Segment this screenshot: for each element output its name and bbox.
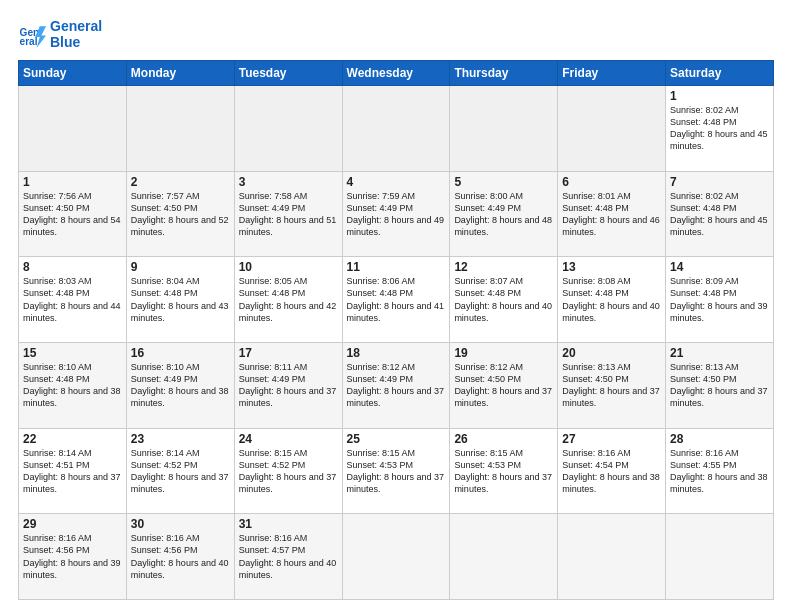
day-info: Sunrise: 8:16 AMSunset: 4:55 PMDaylight:… (670, 447, 769, 496)
day-info: Sunrise: 8:15 AMSunset: 4:53 PMDaylight:… (347, 447, 446, 496)
calendar-cell (342, 514, 450, 600)
day-info: Sunrise: 8:04 AMSunset: 4:48 PMDaylight:… (131, 275, 230, 324)
calendar-header-row: SundayMondayTuesdayWednesdayThursdayFrid… (19, 61, 774, 86)
day-info: Sunrise: 8:06 AMSunset: 4:48 PMDaylight:… (347, 275, 446, 324)
day-number: 21 (670, 346, 769, 360)
day-info: Sunrise: 8:07 AMSunset: 4:48 PMDaylight:… (454, 275, 553, 324)
day-info: Sunrise: 8:01 AMSunset: 4:48 PMDaylight:… (562, 190, 661, 239)
calendar-cell: 9 Sunrise: 8:04 AMSunset: 4:48 PMDayligh… (126, 257, 234, 343)
page-header: Gen eral General Blue (18, 18, 774, 50)
logo-text: General Blue (50, 18, 102, 50)
day-number: 25 (347, 432, 446, 446)
day-number: 8 (23, 260, 122, 274)
day-number: 5 (454, 175, 553, 189)
calendar-cell: 7 Sunrise: 8:02 AMSunset: 4:48 PMDayligh… (666, 171, 774, 257)
calendar-table: SundayMondayTuesdayWednesdayThursdayFrid… (18, 60, 774, 600)
day-info: Sunrise: 8:11 AMSunset: 4:49 PMDaylight:… (239, 361, 338, 410)
day-info: Sunrise: 8:09 AMSunset: 4:48 PMDaylight:… (670, 275, 769, 324)
day-number: 1 (23, 175, 122, 189)
calendar-cell (342, 86, 450, 172)
calendar-cell: 26 Sunrise: 8:15 AMSunset: 4:53 PMDaylig… (450, 428, 558, 514)
calendar-cell: 2 Sunrise: 7:57 AMSunset: 4:50 PMDayligh… (126, 171, 234, 257)
calendar-week-1: 1 Sunrise: 8:02 AMSunset: 4:48 PMDayligh… (19, 86, 774, 172)
calendar-cell (450, 86, 558, 172)
calendar-cell: 14 Sunrise: 8:09 AMSunset: 4:48 PMDaylig… (666, 257, 774, 343)
day-info: Sunrise: 8:15 AMSunset: 4:53 PMDaylight:… (454, 447, 553, 496)
calendar-cell: 11 Sunrise: 8:06 AMSunset: 4:48 PMDaylig… (342, 257, 450, 343)
day-info: Sunrise: 8:16 AMSunset: 4:57 PMDaylight:… (239, 532, 338, 581)
day-info: Sunrise: 8:12 AMSunset: 4:50 PMDaylight:… (454, 361, 553, 410)
day-number: 31 (239, 517, 338, 531)
day-info: Sunrise: 8:02 AMSunset: 4:48 PMDaylight:… (670, 104, 769, 153)
calendar-cell: 6 Sunrise: 8:01 AMSunset: 4:48 PMDayligh… (558, 171, 666, 257)
day-number: 11 (347, 260, 446, 274)
calendar-cell: 25 Sunrise: 8:15 AMSunset: 4:53 PMDaylig… (342, 428, 450, 514)
col-header-wednesday: Wednesday (342, 61, 450, 86)
day-number: 10 (239, 260, 338, 274)
col-header-sunday: Sunday (19, 61, 127, 86)
calendar-cell: 3 Sunrise: 7:58 AMSunset: 4:49 PMDayligh… (234, 171, 342, 257)
calendar-cell (126, 86, 234, 172)
day-info: Sunrise: 8:08 AMSunset: 4:48 PMDaylight:… (562, 275, 661, 324)
day-info: Sunrise: 8:10 AMSunset: 4:48 PMDaylight:… (23, 361, 122, 410)
day-number: 2 (131, 175, 230, 189)
logo: Gen eral General Blue (18, 18, 102, 50)
day-number: 17 (239, 346, 338, 360)
day-number: 4 (347, 175, 446, 189)
calendar-week-5: 22 Sunrise: 8:14 AMSunset: 4:51 PMDaylig… (19, 428, 774, 514)
day-info: Sunrise: 8:13 AMSunset: 4:50 PMDaylight:… (562, 361, 661, 410)
day-info: Sunrise: 8:10 AMSunset: 4:49 PMDaylight:… (131, 361, 230, 410)
calendar-cell: 12 Sunrise: 8:07 AMSunset: 4:48 PMDaylig… (450, 257, 558, 343)
col-header-monday: Monday (126, 61, 234, 86)
day-info: Sunrise: 8:05 AMSunset: 4:48 PMDaylight:… (239, 275, 338, 324)
logo-icon: Gen eral (18, 20, 46, 48)
day-info: Sunrise: 8:15 AMSunset: 4:52 PMDaylight:… (239, 447, 338, 496)
day-info: Sunrise: 7:58 AMSunset: 4:49 PMDaylight:… (239, 190, 338, 239)
day-number: 13 (562, 260, 661, 274)
calendar-cell: 19 Sunrise: 8:12 AMSunset: 4:50 PMDaylig… (450, 342, 558, 428)
calendar-cell: 5 Sunrise: 8:00 AMSunset: 4:49 PMDayligh… (450, 171, 558, 257)
day-info: Sunrise: 8:03 AMSunset: 4:48 PMDaylight:… (23, 275, 122, 324)
calendar-cell: 29 Sunrise: 8:16 AMSunset: 4:56 PMDaylig… (19, 514, 127, 600)
calendar-cell: 27 Sunrise: 8:16 AMSunset: 4:54 PMDaylig… (558, 428, 666, 514)
calendar-week-2: 1 Sunrise: 7:56 AMSunset: 4:50 PMDayligh… (19, 171, 774, 257)
day-number: 19 (454, 346, 553, 360)
calendar-cell: 20 Sunrise: 8:13 AMSunset: 4:50 PMDaylig… (558, 342, 666, 428)
calendar-page: Gen eral General Blue SundayMondayTuesda… (0, 0, 792, 612)
day-info: Sunrise: 8:00 AMSunset: 4:49 PMDaylight:… (454, 190, 553, 239)
calendar-cell: 10 Sunrise: 8:05 AMSunset: 4:48 PMDaylig… (234, 257, 342, 343)
calendar-week-3: 8 Sunrise: 8:03 AMSunset: 4:48 PMDayligh… (19, 257, 774, 343)
col-header-tuesday: Tuesday (234, 61, 342, 86)
day-number: 28 (670, 432, 769, 446)
calendar-cell: 8 Sunrise: 8:03 AMSunset: 4:48 PMDayligh… (19, 257, 127, 343)
day-number: 30 (131, 517, 230, 531)
calendar-cell (450, 514, 558, 600)
calendar-week-6: 29 Sunrise: 8:16 AMSunset: 4:56 PMDaylig… (19, 514, 774, 600)
day-info: Sunrise: 8:16 AMSunset: 4:56 PMDaylight:… (23, 532, 122, 581)
calendar-cell: 15 Sunrise: 8:10 AMSunset: 4:48 PMDaylig… (19, 342, 127, 428)
day-info: Sunrise: 8:13 AMSunset: 4:50 PMDaylight:… (670, 361, 769, 410)
calendar-cell (666, 514, 774, 600)
calendar-cell: 24 Sunrise: 8:15 AMSunset: 4:52 PMDaylig… (234, 428, 342, 514)
calendar-cell: 22 Sunrise: 8:14 AMSunset: 4:51 PMDaylig… (19, 428, 127, 514)
day-number: 20 (562, 346, 661, 360)
day-info: Sunrise: 8:02 AMSunset: 4:48 PMDaylight:… (670, 190, 769, 239)
day-info: Sunrise: 7:56 AMSunset: 4:50 PMDaylight:… (23, 190, 122, 239)
calendar-cell: 1 Sunrise: 7:56 AMSunset: 4:50 PMDayligh… (19, 171, 127, 257)
calendar-cell: 30 Sunrise: 8:16 AMSunset: 4:56 PMDaylig… (126, 514, 234, 600)
day-number: 6 (562, 175, 661, 189)
calendar-cell: 17 Sunrise: 8:11 AMSunset: 4:49 PMDaylig… (234, 342, 342, 428)
day-info: Sunrise: 8:12 AMSunset: 4:49 PMDaylight:… (347, 361, 446, 410)
calendar-cell: 16 Sunrise: 8:10 AMSunset: 4:49 PMDaylig… (126, 342, 234, 428)
day-info: Sunrise: 8:16 AMSunset: 4:54 PMDaylight:… (562, 447, 661, 496)
day-number: 24 (239, 432, 338, 446)
calendar-cell: 28 Sunrise: 8:16 AMSunset: 4:55 PMDaylig… (666, 428, 774, 514)
calendar-cell: 4 Sunrise: 7:59 AMSunset: 4:49 PMDayligh… (342, 171, 450, 257)
calendar-cell: 18 Sunrise: 8:12 AMSunset: 4:49 PMDaylig… (342, 342, 450, 428)
svg-text:eral: eral (20, 36, 38, 47)
day-info: Sunrise: 7:59 AMSunset: 4:49 PMDaylight:… (347, 190, 446, 239)
calendar-cell (234, 86, 342, 172)
col-header-thursday: Thursday (450, 61, 558, 86)
day-number: 27 (562, 432, 661, 446)
day-number: 23 (131, 432, 230, 446)
